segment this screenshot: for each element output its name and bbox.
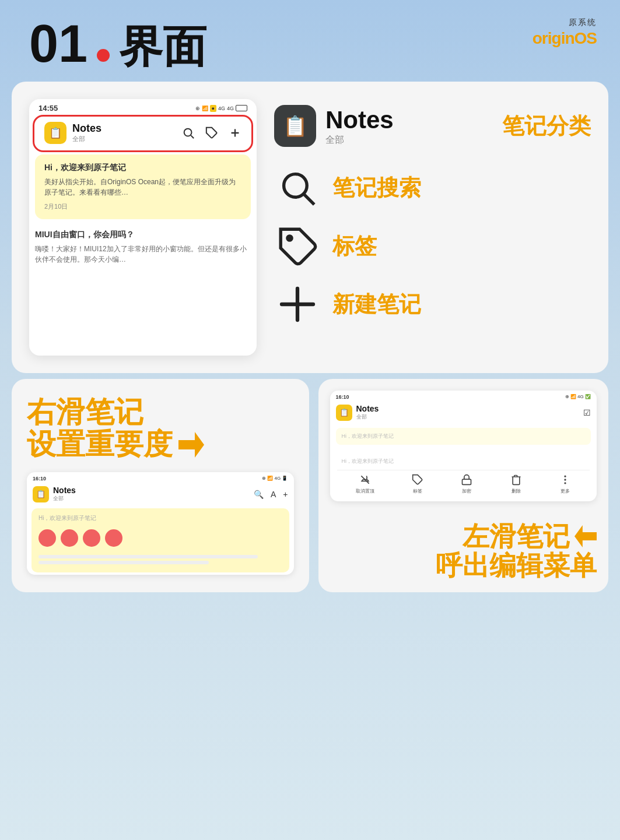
bottom-cards: 右滑笔记 设置重要度 16:10 ⊕ 📶 4G 📱 📋 Notes 全部 — [12, 379, 608, 592]
menu-note-title: Hi，欢迎来到原子笔记 — [337, 455, 590, 470]
dot-4 — [105, 529, 122, 547]
note-card-1[interactable]: Hi，欢迎来到原子笔记 美好从指尖开始。自OriginOS Ocean起，便笔应… — [35, 154, 251, 219]
page-title: 界面 — [119, 25, 206, 69]
check-icon-small[interactable]: ☑ — [583, 408, 591, 417]
feature-app-name: 📋 Notes 全部 笔记分类 — [274, 105, 591, 147]
menu-item-more[interactable]: 更多 — [559, 474, 571, 494]
status-icons-small: ⊕ 📶 4G 📱 — [262, 476, 288, 481]
feature-new: 新建笔记 — [274, 281, 591, 328]
plus-feature-icon — [274, 281, 321, 328]
note-text-lines — [38, 555, 282, 564]
dot-2 — [61, 529, 78, 547]
phone-status-small-right: 16:10 ⊕ 📶 4G ✅ — [330, 391, 597, 402]
notes-actions — [182, 126, 241, 139]
notes-header-small-left: 📋 Notes 全部 🔍 A + — [27, 483, 294, 506]
notes-title-group: Notes 全部 — [72, 122, 182, 143]
note-1-title: Hi，欢迎来到原子笔记 — [44, 163, 241, 173]
menu-item-more-label: 更多 — [561, 488, 570, 494]
add-icon-small[interactable]: + — [283, 490, 288, 499]
logo-top: 原系统 — [533, 17, 597, 28]
menu-tag-icon — [412, 474, 423, 486]
svg-line-1 — [191, 135, 194, 138]
status-bar: 14:55 ⊕ 📶 ● 4G 4G — [29, 99, 257, 115]
notes-header-small-right: 📋 Notes 全部 ☑ — [330, 402, 597, 424]
feature-tag: 标签 — [274, 223, 591, 269]
svg-point-5 — [284, 174, 307, 198]
add-icon[interactable] — [229, 126, 241, 139]
page-number: 01 — [29, 17, 87, 70]
logo-brand: originOS — [533, 29, 597, 47]
tag-feature-icon — [274, 223, 321, 269]
feature-label-new: 新建笔记 — [332, 290, 421, 319]
swipe-right-text: 右滑笔记 设置重要度 — [27, 396, 294, 461]
note-preview-text: Hi，欢迎来到原子笔记 — [342, 433, 586, 440]
dot-3 — [83, 529, 100, 547]
page-header: 01 界面 原系统 originOS — [0, 0, 620, 76]
search-icon-small[interactable]: 🔍 — [254, 490, 264, 499]
feature-notes-sub: 全部 — [325, 134, 394, 146]
status-time: 14:55 — [38, 104, 58, 113]
app-icon-dark: 📋 — [274, 105, 316, 147]
notes-icon-small-left: 📋 — [33, 486, 49, 502]
swipe-left-text: 左滑笔记 呼出编辑菜单 — [330, 522, 597, 581]
feature-label-tag: 标签 — [332, 231, 377, 261]
menu-item-unpin-label: 取消置顶 — [356, 488, 374, 494]
phone-mockup-swipe-left: 16:10 ⊕ 📶 4G ✅ 📋 Notes 全部 ☑ Hi，欢迎来到原子笔记 — [330, 391, 597, 501]
notes-header-container: 📋 Notes 全部 — [35, 117, 251, 150]
notes-actions-small-left: 🔍 A + — [254, 490, 288, 499]
feature-search: 笔记搜索 — [274, 164, 591, 211]
feature-notes-title: Notes — [325, 106, 394, 134]
note-card-2[interactable]: MIUI自由窗口，你会用吗？ 嗨喽！大家好！MIUI12加入了非常好用的小窗功能… — [29, 224, 257, 273]
notes-app-subtitle: 全部 — [72, 135, 182, 143]
notes-actions-small-right: ☑ — [583, 408, 591, 417]
top-card: 14:55 ⊕ 📶 ● 4G 4G 📋 Notes 全部 — [12, 82, 608, 373]
swipe-note-card: Hi，欢迎来到原子笔记 — [31, 508, 289, 572]
card-swipe-right: 右滑笔记 设置重要度 16:10 ⊕ 📶 4G 📱 📋 Notes 全部 — [12, 379, 309, 592]
notes-title-small-right: Notes 全部 — [356, 404, 584, 421]
svg-point-0 — [184, 129, 192, 136]
swipe-note-placeholder: Hi，欢迎来到原子笔记 — [38, 514, 282, 522]
status-time-right: 16:10 — [336, 394, 349, 400]
card-swipe-left: 16:10 ⊕ 📶 4G ✅ 📋 Notes 全部 ☑ Hi，欢迎来到原子笔记 — [318, 379, 609, 592]
feature-label-search: 笔记搜索 — [332, 173, 421, 203]
search-icon[interactable] — [182, 126, 195, 139]
feature-label-category: 笔记分类 — [502, 111, 591, 141]
dot-1 — [38, 529, 56, 547]
svg-marker-10 — [178, 432, 204, 458]
status-icons: ⊕ 📶 ● 4G 4G — [195, 105, 247, 112]
svg-rect-13 — [463, 479, 471, 484]
logo-area: 原系统 originOS — [533, 17, 597, 48]
menu-item-unpin[interactable]: 取消置顶 — [356, 474, 374, 494]
unpin-icon — [359, 474, 371, 486]
svg-point-15 — [565, 479, 566, 480]
search-feature-icon — [274, 164, 321, 211]
menu-item-lock-label: 加密 — [462, 488, 471, 494]
menu-item-lock[interactable]: 加密 — [461, 474, 472, 494]
tag-icon[interactable] — [205, 126, 218, 139]
menu-trash-icon — [510, 474, 522, 486]
notes-title-small-left: Notes 全部 — [53, 486, 254, 502]
status-icons-small-right: ⊕ 📶 4G ✅ — [565, 394, 591, 400]
svg-point-14 — [565, 476, 566, 477]
menu-item-delete[interactable]: 删除 — [510, 474, 522, 494]
menu-actions-row: 取消置顶 标签 — [337, 474, 590, 494]
phone-mockup-swipe-right: 16:10 ⊕ 📶 4G 📱 📋 Notes 全部 🔍 A + Hi，欢迎来到原… — [27, 472, 294, 575]
importance-dots — [38, 526, 282, 550]
swipe-right-arrow-icon — [178, 432, 204, 458]
swipe-context-menu: Hi，欢迎来到原子笔记 取消置顶 — [335, 451, 593, 499]
phone-mockup-main: 14:55 ⊕ 📶 ● 4G 4G 📋 Notes 全部 — [29, 99, 257, 356]
svg-marker-17 — [575, 525, 597, 547]
notes-app-icon: 📋 — [44, 122, 66, 144]
note-2-title: MIUI自由窗口，你会用吗？ — [35, 230, 251, 240]
menu-item-tag[interactable]: 标签 — [412, 474, 423, 494]
sort-icon-small[interactable]: A — [271, 490, 276, 499]
notes-app-header[interactable]: 📋 Notes 全部 — [35, 117, 251, 150]
note-1-date: 2月10日 — [44, 202, 241, 211]
menu-lock-icon — [461, 474, 472, 486]
swipe-left-arrow-icon — [575, 525, 597, 547]
notes-app-title: Notes — [72, 122, 182, 135]
menu-item-delete-label: 删除 — [512, 488, 521, 494]
title-dot — [97, 49, 110, 62]
note-placeholder-area: Hi，欢迎来到原子笔记 — [330, 424, 597, 448]
status-time-left: 16:10 — [33, 476, 46, 481]
